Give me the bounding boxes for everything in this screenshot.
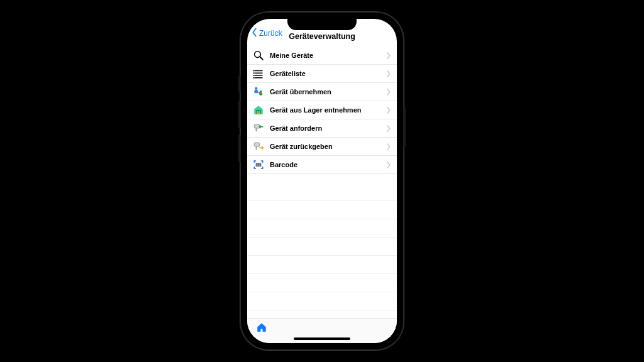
menu-item-label: Gerät anfordern <box>270 124 386 132</box>
menu-item-take-over[interactable]: Gerät übernehmen <box>247 83 397 101</box>
menu-item-barcode[interactable]: Barcode <box>247 156 397 174</box>
menu-item-label: Barcode <box>270 161 386 168</box>
svg-rect-19 <box>254 124 259 128</box>
svg-point-8 <box>253 75 254 76</box>
svg-point-9 <box>253 77 254 79</box>
svg-rect-22 <box>256 146 257 150</box>
svg-rect-18 <box>258 113 260 114</box>
empty-row <box>247 292 397 310</box>
menu-item-return[interactable]: Gerät zurückgeben <box>247 138 397 156</box>
transfer-icon <box>252 85 265 98</box>
svg-rect-16 <box>258 111 260 112</box>
menu-item-from-warehouse[interactable]: Gerät aus Lager entnehmen <box>247 101 397 119</box>
chevron-right-icon <box>386 89 391 96</box>
phone-notch <box>287 19 357 30</box>
menu-item-label: Meine Geräte <box>270 52 386 59</box>
back-button[interactable]: Zurück <box>251 28 282 39</box>
chevron-right-icon <box>386 52 391 59</box>
chevron-right-icon <box>386 162 391 168</box>
menu-list: Meine Geräte Geräteliste <box>247 45 397 318</box>
menu-item-label: Gerät zurückgeben <box>270 143 386 150</box>
page-title: Geräteverwaltung <box>289 32 355 41</box>
list-gap <box>247 174 397 183</box>
home-indicator <box>294 337 350 340</box>
menu-item-label: Gerät übernehmen <box>270 88 386 96</box>
phone-side-button <box>238 134 241 162</box>
menu-item-label: Geräteliste <box>270 70 386 77</box>
phone-side-button <box>238 101 241 128</box>
search-icon <box>252 49 265 62</box>
svg-point-7 <box>253 72 254 74</box>
chevron-right-icon <box>386 143 391 150</box>
chevron-right-icon <box>386 107 391 114</box>
stage: Zurück Geräteverwaltung Meine Geräte <box>0 0 644 362</box>
warehouse-icon <box>252 104 265 116</box>
empty-row <box>247 274 397 292</box>
phone-side-button <box>238 75 241 92</box>
menu-item-device-list[interactable]: Geräteliste <box>247 65 397 83</box>
svg-rect-14 <box>256 110 261 114</box>
chevron-right-icon <box>386 70 391 77</box>
chevron-left-icon <box>251 28 258 39</box>
back-label: Zurück <box>259 29 282 38</box>
menu-item-request[interactable]: Gerät anfordern <box>247 119 397 138</box>
phone-screen: Zurück Geräteverwaltung Meine Geräte <box>247 19 397 343</box>
phone-frame: Zurück Geräteverwaltung Meine Geräte <box>241 13 403 349</box>
svg-rect-11 <box>254 90 258 93</box>
empty-row <box>247 238 397 256</box>
menu-item-label: Gerät aus Lager entnehmen <box>270 106 386 114</box>
phone-side-button <box>403 107 406 147</box>
svg-rect-17 <box>257 113 258 114</box>
svg-rect-20 <box>256 128 257 131</box>
empty-row <box>247 201 397 219</box>
request-icon <box>252 122 265 134</box>
list-icon <box>252 67 265 80</box>
menu-item-my-devices[interactable]: Meine Geräte <box>247 47 397 65</box>
empty-row <box>247 256 397 274</box>
home-icon <box>256 322 267 336</box>
svg-line-1 <box>260 57 263 60</box>
barcode-icon <box>252 158 265 171</box>
return-icon <box>252 140 265 153</box>
empty-row <box>247 183 397 201</box>
svg-point-10 <box>255 87 258 90</box>
chevron-right-icon <box>386 125 391 132</box>
svg-point-6 <box>253 70 254 71</box>
empty-row <box>247 219 397 238</box>
svg-rect-15 <box>257 111 258 112</box>
svg-rect-21 <box>254 143 259 146</box>
home-tab-button[interactable] <box>253 321 270 337</box>
